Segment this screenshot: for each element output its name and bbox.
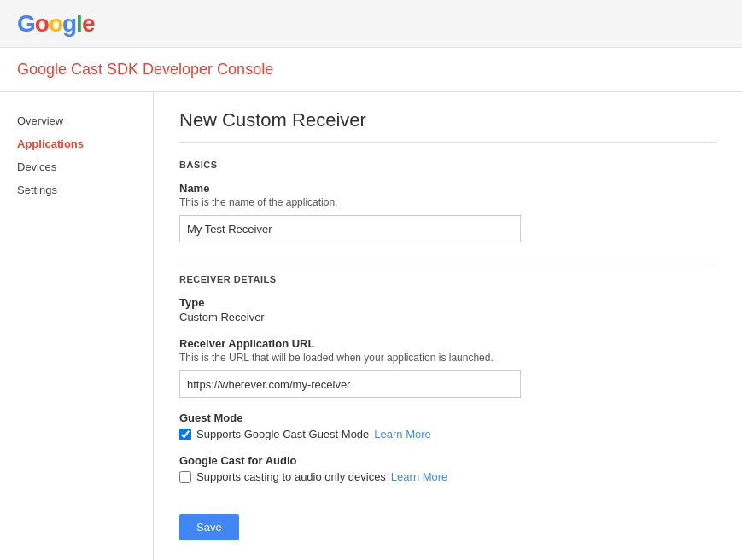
sidebar: Overview Applications Devices Settings	[0, 92, 154, 560]
guest-mode-block: Guest Mode Supports Google Cast Guest Mo…	[179, 411, 716, 440]
cast-audio-checkbox-label: Supports casting to audio only devices	[196, 470, 386, 483]
name-description: This is the name of the application.	[179, 196, 716, 208]
guest-mode-learn-more[interactable]: Learn More	[374, 428, 430, 440]
sidebar-item-devices[interactable]: Devices	[0, 155, 153, 178]
cast-audio-label: Google Cast for Audio	[179, 454, 716, 467]
logo-g2: g	[62, 10, 76, 37]
page-title: New Custom Receiver	[179, 109, 716, 143]
name-field-block: Name This is the name of the application…	[179, 182, 716, 242]
guest-mode-row: Supports Google Cast Guest Mode Learn Mo…	[179, 428, 716, 440]
cast-audio-checkbox[interactable]	[179, 471, 191, 483]
type-value: Custom Receiver	[179, 311, 716, 324]
logo-o1: o	[35, 10, 49, 37]
cast-audio-row: Supports casting to audio only devices L…	[179, 470, 716, 483]
console-title: Google Cast SDK Developer Console	[17, 61, 273, 79]
logo-o2: o	[49, 10, 62, 37]
google-logo: Google	[17, 10, 94, 38]
main-content: New Custom Receiver BASICS Name This is …	[154, 92, 742, 560]
section-divider	[179, 260, 716, 260]
receiver-details-section: RECEIVER DETAILS Type Custom Receiver Re…	[179, 274, 716, 483]
sub-header: Google Cast SDK Developer Console	[0, 48, 742, 92]
sidebar-item-settings[interactable]: Settings	[0, 178, 153, 201]
url-input[interactable]	[179, 370, 521, 398]
url-description: This is the URL that will be loaded when…	[179, 352, 716, 364]
layout: Overview Applications Devices Settings N…	[0, 92, 742, 560]
guest-mode-label: Guest Mode	[179, 411, 716, 424]
cast-audio-block: Google Cast for Audio Supports casting t…	[179, 454, 716, 483]
receiver-details-section-title: RECEIVER DETAILS	[179, 274, 716, 284]
guest-mode-checkbox[interactable]	[179, 429, 191, 440]
save-button[interactable]: Save	[179, 514, 239, 540]
logo-g: G	[17, 10, 35, 37]
type-field-block: Type Custom Receiver	[179, 296, 716, 324]
cast-audio-learn-more[interactable]: Learn More	[391, 470, 447, 483]
top-bar: Google	[0, 0, 742, 48]
name-label: Name	[179, 182, 716, 195]
guest-mode-checkbox-label: Supports Google Cast Guest Mode	[196, 428, 369, 440]
type-label: Type	[179, 296, 716, 309]
sidebar-item-overview[interactable]: Overview	[0, 109, 153, 132]
basics-section: BASICS Name This is the name of the appl…	[179, 160, 716, 242]
name-input[interactable]	[179, 215, 521, 242]
logo-e: e	[82, 10, 95, 37]
logo-l: l	[76, 10, 82, 37]
sidebar-item-applications[interactable]: Applications	[0, 132, 153, 155]
url-label: Receiver Application URL	[179, 337, 716, 350]
url-field-block: Receiver Application URL This is the URL…	[179, 337, 716, 398]
basics-section-title: BASICS	[179, 160, 716, 170]
